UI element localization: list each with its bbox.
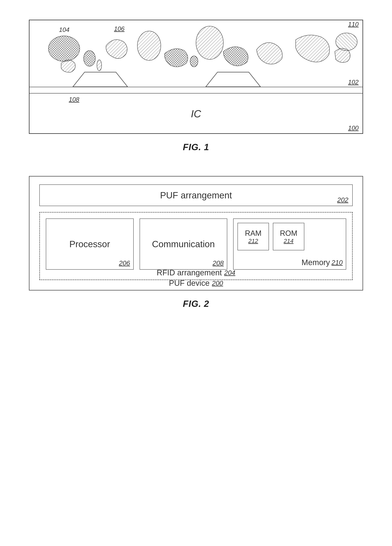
ref-110: 110	[348, 21, 359, 28]
processor-label: Processor	[70, 239, 110, 249]
svg-marker-12	[206, 72, 260, 87]
communication-box: Communication 208	[139, 219, 228, 270]
svg-point-5	[83, 51, 95, 66]
rfid-label-row: RFID arrangement 204	[157, 268, 235, 277]
puf-arrangement-box: PUF arrangement 202	[39, 184, 353, 206]
fig2-container: PUF arrangement 202 Processor 206 Commun…	[29, 176, 363, 309]
processor-box: Processor 206	[46, 219, 134, 270]
puf-arrangement-ref: 202	[337, 196, 348, 204]
fig1-strip: 110	[30, 87, 362, 93]
svg-point-4	[48, 36, 80, 61]
memory-label-row: Memory 210	[302, 258, 343, 267]
ram-ref: 212	[248, 238, 258, 244]
ic-label: IC	[191, 108, 201, 120]
ref-102: 102	[348, 78, 359, 86]
memory-ref: 210	[331, 259, 343, 266]
svg-point-7	[137, 31, 161, 60]
particles-svg	[30, 20, 362, 87]
ram-label: RAM	[245, 229, 261, 238]
memory-label: Memory	[302, 258, 330, 267]
puf-device-label: PUF device	[169, 279, 209, 288]
ref-100: 100	[348, 124, 359, 132]
fig1-top-section: 102	[30, 20, 362, 87]
puf-device-ref: 200	[212, 279, 223, 287]
sub-boxes-row: RAM 212 ROM 214	[237, 223, 342, 250]
rfid-box: Processor 206 Communication 208 RAM 212	[39, 212, 353, 280]
fig1-bottom-section: IC 108 100	[30, 93, 362, 134]
puf-device-label-row: PUF device 200	[169, 279, 223, 288]
fig1-diagram: 104 106	[29, 20, 363, 134]
communication-ref: 208	[213, 259, 224, 267]
ref-108: 108	[69, 96, 79, 103]
ram-box: RAM 212	[237, 223, 269, 250]
rfid-ref: 204	[224, 269, 235, 277]
rom-label: ROM	[280, 229, 297, 238]
rom-ref: 214	[284, 238, 293, 244]
communication-label: Communication	[152, 239, 215, 249]
svg-point-8	[196, 26, 223, 59]
fig2-caption: FIG. 2	[29, 298, 363, 309]
fig1-caption: FIG. 1	[29, 142, 363, 152]
puf-arrangement-label: PUF arrangement	[160, 190, 232, 201]
svg-point-10	[336, 33, 357, 51]
svg-point-9	[190, 56, 198, 67]
svg-marker-11	[73, 72, 128, 87]
inner-boxes-row: Processor 206 Communication 208 RAM 212	[46, 219, 346, 270]
processor-ref: 206	[119, 259, 130, 267]
fig2-diagram: PUF arrangement 202 Processor 206 Commun…	[29, 176, 363, 291]
rom-box: ROM 214	[273, 223, 304, 250]
fig1-container: 104 106	[29, 20, 363, 152]
svg-point-6	[97, 60, 102, 71]
memory-box: RAM 212 ROM 214 Memory 210	[233, 219, 346, 270]
rfid-label: RFID arrangement	[157, 268, 222, 277]
